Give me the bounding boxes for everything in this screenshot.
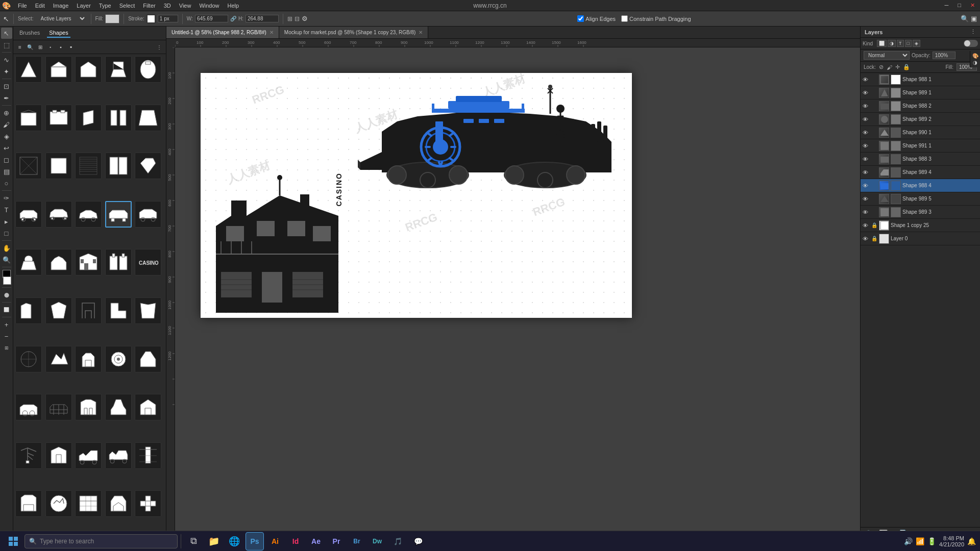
shapes-tool-filter[interactable]: ⊞ [36,42,45,52]
shapes-tab[interactable]: Shapes [47,29,70,38]
maximize-btn[interactable]: □ [954,2,964,9]
task-view-btn[interactable]: ⧉ [184,532,203,550]
shapes-menu-btn[interactable]: ⋮ [155,42,164,52]
shape-item[interactable] [105,346,132,372]
shape-item[interactable] [15,490,42,517]
layer-row-shape988-3[interactable]: 👁 Shape 988 3 [861,153,980,166]
brush-tool[interactable]: 🖌 [1,119,12,130]
brushes-tab[interactable]: Brushes [17,29,42,38]
menu-view[interactable]: View [175,2,195,10]
nav-zoom-in[interactable]: + [1,319,12,330]
stroke-input[interactable] [158,15,178,22]
eye-icon[interactable]: 👁 [863,77,870,83]
eye-icon[interactable]: 👁 [863,222,870,229]
pen-tool[interactable]: ✑ [1,192,12,204]
filter-shape-icon[interactable]: □ [905,40,912,47]
shapes-tool-size-sm[interactable]: ▪ [46,42,55,52]
layers-expand-icon[interactable]: ⋮ [970,29,976,35]
indesign-btn[interactable]: Id [286,532,305,550]
nav-fit[interactable]: ⊞ [1,342,12,354]
type-tool[interactable]: T [1,204,12,215]
br-btn[interactable]: Br [348,532,366,550]
layer-row-shape989-2[interactable]: 👁 Shape 989 2 [861,113,980,126]
eye-icon[interactable]: 👁 [863,143,870,149]
shape-item[interactable] [135,201,161,228]
shape-item[interactable] [75,346,102,372]
shape-item[interactable] [15,394,42,420]
color-icon[interactable]: 🎨 [971,53,979,59]
shapes-tool-size-md[interactable]: ▪ [56,42,65,52]
lock-position-icon[interactable]: ✛ [895,64,900,70]
menu-3d[interactable]: 3D [160,2,175,10]
eye-icon[interactable]: 👁 [863,196,870,202]
shape-item[interactable] [15,153,42,179]
shape-item[interactable] [75,297,102,324]
shape-item[interactable] [15,201,42,228]
tray-icon-2[interactable]: 📶 [916,537,924,545]
shape-item[interactable] [135,490,161,517]
eye-icon[interactable]: 👁 [863,236,870,242]
layer-row-shape989-3[interactable]: 👁 Shape 989 3 [861,206,980,219]
menu-edit[interactable]: Edit [31,2,49,10]
layer-row-shape989-1[interactable]: 👁 Shape 989 1 [861,86,980,99]
photoshop-taskbar-btn[interactable]: Ps [246,532,264,550]
shape-item[interactable] [105,105,132,131]
lock-transparency-icon[interactable]: ⊘ [879,64,884,70]
extra-app-1[interactable]: 🎵 [388,532,407,550]
move-tool[interactable]: ↖ [1,28,12,39]
layer-row-shape988-2[interactable]: 👁 Shape 988 2 [861,99,980,113]
dodge-tool[interactable]: ○ [1,178,12,189]
select-dropdown[interactable]: Active Layers [36,14,87,23]
shape-item[interactable] [15,346,42,372]
shape-item[interactable] [45,394,72,420]
fill-color-swatch[interactable] [105,14,119,23]
shape-item[interactable] [105,153,132,179]
shapes-tool-search[interactable]: 🔍 [26,42,35,52]
illustrator-btn[interactable]: Ai [266,532,284,550]
layer-row-shape989-4[interactable]: 👁 Shape 989 4 [861,166,980,179]
shape-item[interactable] [15,297,42,324]
opacity-input[interactable] [933,52,955,59]
shape-item[interactable] [45,297,72,324]
magic-wand-tool[interactable]: ✦ [1,66,12,77]
shape-item[interactable] [105,249,132,276]
quick-mask-btn[interactable]: ⬤ [1,289,12,300]
shape-item[interactable] [75,490,102,517]
selection-tool[interactable]: ⬚ [1,39,12,51]
shape-item[interactable] [45,490,72,517]
zoom-tool[interactable]: 🔍 [1,254,12,265]
browser-btn[interactable]: 🌐 [225,532,243,550]
ae-btn[interactable]: Ae [307,532,325,550]
toggle-panel-icon[interactable]: ▣ [971,15,977,22]
shape-item[interactable] [105,201,132,228]
shape-item[interactable] [45,56,72,83]
shape-item[interactable]: CASINO [135,249,161,276]
shape-item[interactable] [15,249,42,276]
shape-item[interactable] [105,394,132,420]
layer-row-shape988-4[interactable]: 👁 Shape 988 4 [861,179,980,192]
crop-tool[interactable]: ⊡ [1,81,12,92]
menu-window[interactable]: Window [195,2,223,10]
eye-icon[interactable]: 👁 [863,183,870,189]
scroll-container[interactable]: RRCG 人人素材 人人素材 RRCG RRCG 人人素材 RRCG [175,47,860,540]
shape-item[interactable] [45,105,72,131]
shape-item[interactable] [135,153,161,179]
blend-mode-select[interactable]: Normal [864,51,910,60]
shape-item[interactable] [135,346,161,372]
shape-item[interactable] [75,201,102,228]
doc-tab-2-close[interactable]: ✕ [419,30,423,35]
windows-start-btn[interactable] [4,532,22,550]
doc-tab-2[interactable]: Mockup for market.psd @ 58% (Shape 1 cop… [279,27,429,38]
doc-tab-1-close[interactable]: ✕ [270,30,274,35]
notification-icon[interactable]: 🔔 [967,537,976,545]
menu-type[interactable]: Type [95,2,115,10]
shape-item[interactable] [45,346,72,372]
menu-filter[interactable]: Filter [139,2,159,10]
shape-item[interactable] [135,394,161,420]
constrain-checkbox[interactable] [621,15,628,22]
w-input[interactable] [195,15,228,22]
close-btn[interactable]: ✕ [967,2,978,9]
shape-item[interactable] [15,56,42,83]
tray-icon-1[interactable]: 🔊 [904,537,913,545]
lasso-tool[interactable]: ∿ [1,54,12,65]
